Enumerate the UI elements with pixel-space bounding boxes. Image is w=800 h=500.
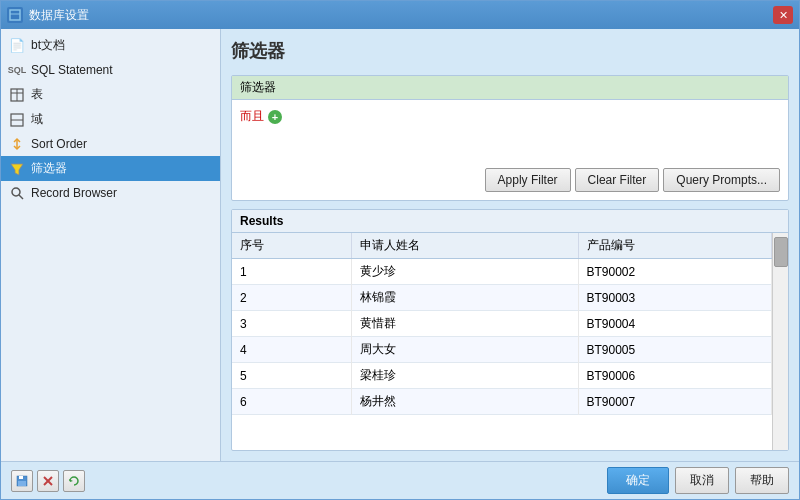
cell-code: BT90007 [578,389,772,415]
sidebar-label-sql: SQL Statement [31,63,113,77]
sidebar-label-sort-order: Sort Order [31,137,87,151]
table-row[interactable]: 4周大女BT90005 [232,337,772,363]
window-title: 数据库设置 [29,7,89,24]
main-window: 数据库设置 ✕ 📄 bt文档 SQL SQL Statement [0,0,800,500]
sort-icon [9,136,25,152]
sidebar-label-table: 表 [31,86,43,103]
cell-code: BT90004 [578,311,772,337]
table-row[interactable]: 1黄少珍BT90002 [232,259,772,285]
sidebar-item-filter[interactable]: 筛选器 [1,156,220,181]
sidebar-item-domain[interactable]: 域 [1,107,220,132]
results-section: Results 序号 申请人姓名 产品编号 [231,209,789,451]
col-header-num: 序号 [232,233,351,259]
filter-condition: 而且 + [240,108,780,125]
svg-rect-12 [19,476,23,479]
main-panel: 筛选器 筛选器 而且 + Apply Filter Clear Filter Q… [221,29,799,461]
page-title: 筛选器 [231,39,789,63]
results-header: Results [232,210,788,233]
content-area: 📄 bt文档 SQL SQL Statement 表 [1,29,799,461]
title-bar: 数据库设置 ✕ [1,1,799,29]
sidebar-label-domain: 域 [31,111,43,128]
results-table: 序号 申请人姓名 产品编号 1黄少珍BT900022林锦霞BT900033黄惜群… [232,233,772,415]
sql-icon: SQL [9,62,25,78]
save-icon-button[interactable] [11,470,33,492]
sidebar-label-filter: 筛选器 [31,160,67,177]
refresh-icon-button[interactable] [63,470,85,492]
filter-header: 筛选器 [232,76,788,100]
sidebar-item-record-browser[interactable]: Record Browser [1,181,220,205]
clear-filter-button[interactable]: Clear Filter [575,168,660,192]
table-header-row: 序号 申请人姓名 产品编号 [232,233,772,259]
close-button[interactable]: ✕ [773,6,793,24]
cell-num: 3 [232,311,351,337]
filter-body: 而且 + Apply Filter Clear Filter Query Pro… [232,100,788,200]
scroll-thumb[interactable] [774,237,788,267]
col-header-code: 产品编号 [578,233,772,259]
cell-name: 杨井然 [351,389,578,415]
sidebar-label-bt-doc: bt文档 [31,37,65,54]
sidebar: 📄 bt文档 SQL SQL Statement 表 [1,29,221,461]
cell-code: BT90003 [578,285,772,311]
table-icon [9,87,25,103]
cell-num: 5 [232,363,351,389]
domain-icon [9,112,25,128]
cell-name: 梁桂珍 [351,363,578,389]
sidebar-item-table[interactable]: 表 [1,82,220,107]
svg-rect-0 [10,10,20,20]
cell-num: 6 [232,389,351,415]
sidebar-item-sql[interactable]: SQL SQL Statement [1,58,220,82]
sidebar-item-bt-doc[interactable]: 📄 bt文档 [1,33,220,58]
filter-icon [9,161,25,177]
table-row[interactable]: 6杨井然BT90007 [232,389,772,415]
svg-point-9 [12,188,20,196]
table-row[interactable]: 5梁桂珍BT90006 [232,363,772,389]
bottom-right-buttons: 确定 取消 帮助 [607,467,789,494]
cell-name: 黄少珍 [351,259,578,285]
cell-num: 1 [232,259,351,285]
table-with-scroll: 序号 申请人姓名 产品编号 1黄少珍BT900022林锦霞BT900033黄惜群… [232,233,788,450]
record-browser-icon [9,185,25,201]
filter-buttons: Apply Filter Clear Filter Query Prompts.… [240,168,780,192]
add-condition-button[interactable]: + [268,110,282,124]
scrollbar[interactable] [772,233,788,450]
cell-code: BT90002 [578,259,772,285]
cell-code: BT90005 [578,337,772,363]
window-icon [7,7,23,23]
apply-filter-button[interactable]: Apply Filter [485,168,571,192]
bottom-bar: 确定 取消 帮助 [1,461,799,499]
cell-num: 4 [232,337,351,363]
sidebar-item-sort-order[interactable]: Sort Order [1,132,220,156]
cell-name: 周大女 [351,337,578,363]
col-header-name: 申请人姓名 [351,233,578,259]
delete-icon-button[interactable] [37,470,59,492]
title-bar-left: 数据库设置 [7,7,89,24]
filter-section: 筛选器 而且 + Apply Filter Clear Filter Query… [231,75,789,201]
table-row[interactable]: 3黄惜群BT90004 [232,311,772,337]
condition-label: 而且 [240,108,264,125]
cell-code: BT90006 [578,363,772,389]
cell-name: 黄惜群 [351,311,578,337]
svg-line-10 [19,195,23,199]
svg-rect-13 [18,481,26,486]
svg-marker-8 [11,164,23,175]
table-row[interactable]: 2林锦霞BT90003 [232,285,772,311]
cell-num: 2 [232,285,351,311]
confirm-button[interactable]: 确定 [607,467,669,494]
help-button[interactable]: 帮助 [735,467,789,494]
query-prompts-button[interactable]: Query Prompts... [663,168,780,192]
sidebar-label-record-browser: Record Browser [31,186,117,200]
table-wrapper: 序号 申请人姓名 产品编号 1黄少珍BT900022林锦霞BT900033黄惜群… [232,233,788,450]
bottom-left-buttons [11,470,85,492]
table-scroll-area[interactable]: 序号 申请人姓名 产品编号 1黄少珍BT900022林锦霞BT900033黄惜群… [232,233,772,450]
cancel-button[interactable]: 取消 [675,467,729,494]
bt-doc-icon: 📄 [9,38,25,54]
cell-name: 林锦霞 [351,285,578,311]
